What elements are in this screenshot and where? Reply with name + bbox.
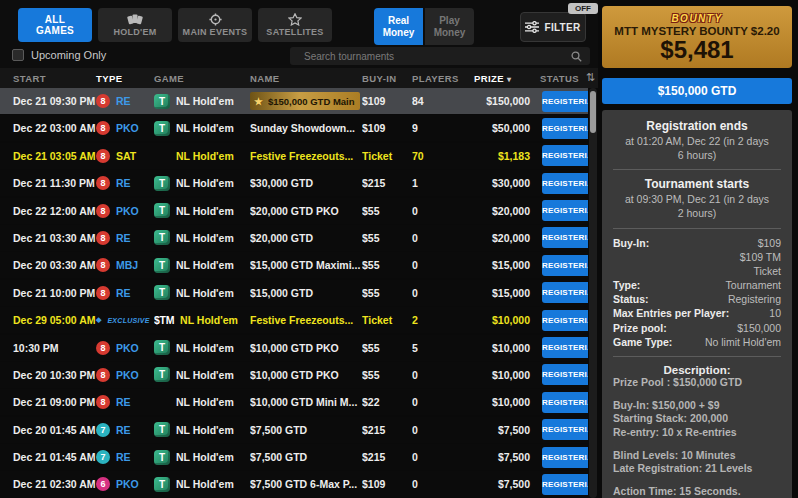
game-cell: T NL Hold'em (154, 422, 250, 437)
status-cell: REGISTERI.. (540, 419, 588, 440)
game-label: NL Hold'em (176, 150, 234, 162)
prize-cell: $10,000 (474, 369, 540, 381)
register-button[interactable]: REGISTERI.. (542, 310, 588, 331)
type-label: RE (116, 424, 131, 436)
table-row[interactable]: 10:30 PM 8PKO T NL Hold'em $10,000 GTD P… (0, 335, 588, 361)
prize-cell: $7,500 (474, 478, 540, 490)
register-button[interactable]: REGISTERI.. (542, 118, 588, 139)
column-header-players[interactable]: PLAYERS (412, 73, 474, 84)
register-button[interactable]: REGISTERI.. (542, 282, 588, 303)
filter-button[interactable]: FILTER (520, 12, 586, 42)
table-row[interactable]: Dec 22 03:00 AM 8PKO T NL Hold'em Sunday… (0, 115, 588, 141)
filter-label: FILTER (544, 22, 580, 33)
register-button[interactable]: REGISTERI.. (542, 337, 588, 358)
buyin-cell: $55 (362, 259, 412, 271)
type-label: PKO (116, 478, 139, 490)
real-money-button[interactable]: Real Money (374, 8, 423, 45)
register-button[interactable]: REGISTERI.. (542, 227, 588, 248)
sort-arrows-icon[interactable]: ⇅ (586, 71, 595, 84)
play-money-button[interactable]: Play Money (425, 8, 474, 45)
search-input[interactable] (290, 51, 571, 62)
exclusive-diamond-icon: ◆ (96, 316, 101, 324)
detail-row: Prize pool:$150,000 (613, 321, 781, 335)
max-players-badge: 8 (96, 368, 110, 382)
type-cell: 8MBJ (96, 258, 154, 272)
target-icon (209, 13, 222, 26)
register-button[interactable]: REGISTERI.. (542, 392, 588, 413)
filter-off-badge[interactable]: OFF (568, 3, 598, 14)
name-cell: $30,000 GTD (250, 177, 362, 189)
register-button[interactable]: REGISTERI.. (542, 255, 588, 276)
detail-label: Buy-In: (613, 236, 649, 250)
tab-satellites[interactable]: SATELLITES (258, 8, 332, 42)
description-line: Starting Stack: 200,000 (613, 412, 781, 426)
table-row[interactable]: Dec 21 11:30 PM 8RE T NL Hold'em $30,000… (0, 170, 588, 196)
divider (613, 356, 781, 357)
gtd-header-button[interactable]: $150,000 GTD (602, 78, 792, 104)
type-cell: 7RE (96, 423, 154, 437)
register-button[interactable]: REGISTERI.. (542, 173, 588, 194)
game-cell: T NL Hold'em (154, 121, 250, 136)
column-header-game[interactable]: GAME (154, 73, 250, 84)
column-header-buyin[interactable]: BUY-IN (362, 73, 412, 84)
max-players-badge: 6 (96, 477, 110, 491)
prize-cell: $20,000 (474, 205, 540, 217)
tab-all-games[interactable]: ALL GAMES (18, 8, 92, 42)
table-row[interactable]: Dec 21 01:45 AM 7RE T NL Hold'em $7,500 … (0, 444, 588, 470)
register-button[interactable]: REGISTERI.. (542, 145, 588, 166)
register-button[interactable]: REGISTERI.. (542, 474, 588, 495)
tab-main-events[interactable]: MAIN EVENTS (178, 8, 252, 42)
max-players-badge: 7 (96, 450, 110, 464)
table-row[interactable]: Dec 29 05:00 AM ◆EXCLUSIVE $TM NL Hold'e… (0, 307, 588, 333)
column-header-start[interactable]: START (0, 73, 96, 84)
column-header-name[interactable]: NAME (250, 73, 362, 84)
column-header-prize[interactable]: PRIZE ▾ (474, 73, 540, 84)
table-row[interactable]: Dec 21 10:00 PM 8RE T NL Hold'em $15,000… (0, 280, 588, 306)
type-label: RE (116, 287, 131, 299)
table-row[interactable]: Dec 20 10:30 PM 8PKO T NL Hold'em $10,00… (0, 362, 588, 388)
detail-label: Max Entries per Player: (613, 306, 729, 320)
start-cell: Dec 29 05:00 AM (0, 314, 96, 326)
upcoming-only-checkbox[interactable]: Upcoming Only (12, 49, 106, 61)
search-icon[interactable] (571, 51, 582, 62)
table-row[interactable]: Dec 21 02:30 AM 6PKO T NL Hold'em $7,500… (0, 471, 588, 497)
name-cell: $10,000 GTD PKO (250, 369, 362, 381)
checkbox-icon[interactable] (12, 49, 24, 61)
register-button[interactable]: REGISTERI.. (542, 200, 588, 221)
column-header-type[interactable]: TYPE (96, 73, 154, 84)
game-label: NL Hold'em (176, 177, 234, 189)
name-cell: Sunday Showdown... (250, 122, 362, 134)
table-header: START TYPE GAME NAME BUY-IN PLAYERS PRIZ… (0, 68, 598, 88)
table-row[interactable]: Dec 22 12:00 AM 8PKO T NL Hold'em $20,00… (0, 198, 588, 224)
type-cell: 8SAT (96, 149, 154, 163)
tab-holdem[interactable]: HOLD'EM (98, 8, 172, 42)
name-cell: $15,000 GTD Maximi... (250, 259, 362, 271)
table-row[interactable]: Dec 21 09:30 PM 8RE T NL Hold'em ★$150,0… (0, 88, 588, 114)
description-line: Prize Pool : $150,000 GTD (613, 376, 781, 390)
tournament-lobby: ALL GAMES HOLD'EM MAIN EVENTS (0, 0, 798, 498)
players-cell: 0 (412, 451, 474, 463)
table-row[interactable]: Dec 20 03:30 AM 8MBJ T NL Hold'em $15,00… (0, 252, 588, 278)
tab-label: HOLD'EM (113, 27, 156, 37)
prize-cell: $15,000 (474, 287, 540, 299)
register-button[interactable]: REGISTERI.. (542, 447, 588, 468)
type-cell: 8RE (96, 286, 154, 300)
table-scrollbar[interactable] (589, 88, 597, 498)
scrollbar-thumb[interactable] (590, 91, 596, 133)
game-label: NL Hold'em (176, 369, 234, 381)
prize-cell: $10,000 (474, 342, 540, 354)
table-row[interactable]: Dec 20 01:45 AM 7RE T NL Hold'em $7,500 … (0, 417, 588, 443)
table-row[interactable]: Dec 21 09:00 PM 8RE T NL Hold'em $10,000… (0, 389, 588, 415)
type-label: PKO (116, 369, 139, 381)
mystery-bounty-banner[interactable]: BOUNTY MTT MYSTERY BOUNTY $2.20 $5,481 (602, 6, 792, 68)
buyin-cell: $55 (362, 287, 412, 299)
register-button[interactable]: REGISTERI.. (542, 91, 588, 112)
players-cell: 1 (412, 177, 474, 189)
detail-row: Type:Tournament (613, 278, 781, 292)
table-row[interactable]: Dec 21 03:30 AM 8RE T NL Hold'em $20,000… (0, 225, 588, 251)
register-button[interactable]: REGISTERI.. (542, 364, 588, 385)
table-row[interactable]: Dec 21 03:05 AM 8SAT T NL Hold'em Festiv… (0, 143, 588, 169)
players-cell: 0 (412, 287, 474, 299)
tab-label: SATELLITES (266, 27, 323, 37)
register-button[interactable]: REGISTERI.. (542, 419, 588, 440)
